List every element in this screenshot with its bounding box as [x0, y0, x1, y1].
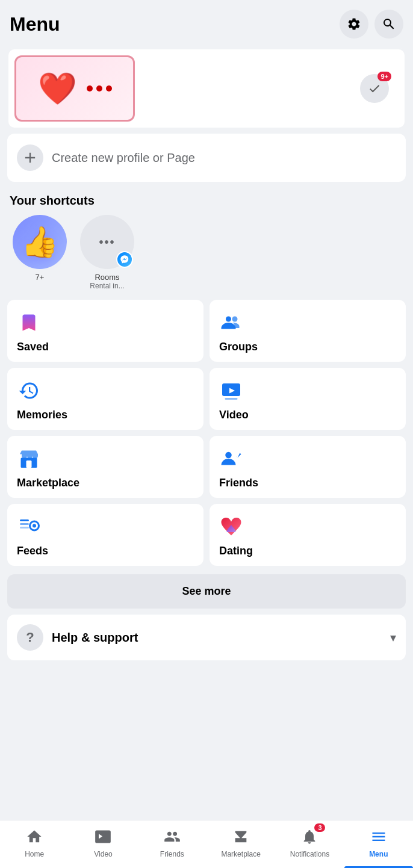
menu-grid: Saved Groups Memories: [0, 294, 413, 572]
search-icon: [382, 17, 396, 31]
menu-item-video[interactable]: Video: [210, 368, 406, 430]
shortcut-item-rooms[interactable]: ••• Rooms Rental in...: [77, 215, 137, 290]
notification-badge: 3: [314, 823, 325, 832]
dating-icon: [219, 515, 243, 539]
friends-label: Friends: [219, 477, 396, 489]
groups-label: Groups: [219, 341, 396, 353]
header: Menu: [0, 0, 413, 43]
friends-icon-svg: [220, 448, 242, 470]
svg-rect-8: [20, 519, 29, 521]
shortcut-avatar-thumbsup: 👍: [13, 215, 67, 269]
friends-nav-icon: [161, 826, 183, 848]
shortcuts-section: Your shortcuts 👍 7+ ••• Rooms Rental in.…: [0, 187, 413, 294]
shortcuts-title: Your shortcuts: [10, 194, 403, 208]
menu-item-marketplace[interactable]: Marketplace: [7, 436, 203, 498]
dots-icon: •••: [99, 235, 115, 249]
menu-item-memories[interactable]: Memories: [7, 368, 203, 430]
storefront-icon: [232, 828, 249, 845]
nav-item-notifications[interactable]: 3 Notifications: [275, 820, 344, 868]
shortcuts-list: 👍 7+ ••• Rooms Rental in...: [10, 215, 403, 290]
video-nav-icon: [92, 826, 114, 848]
story-card[interactable]: ❤️: [14, 55, 135, 122]
nav-item-video[interactable]: Video: [69, 820, 137, 868]
menu-item-groups[interactable]: Groups: [210, 300, 406, 362]
hamburger-icon: [370, 828, 387, 845]
shortcut-label-thumbsup: 7+: [36, 273, 45, 282]
menu-item-friends[interactable]: Friends: [210, 436, 406, 498]
svg-rect-6: [26, 460, 32, 468]
thumbsup-icon: 👍: [21, 225, 58, 259]
clock-history-icon: [18, 380, 40, 401]
bottom-navigation: Home Video Friends Marketplace: [0, 820, 413, 868]
store-icon: [18, 448, 40, 470]
badge-count: 9+: [377, 72, 391, 81]
bell-nav-icon: 3: [299, 826, 320, 848]
story-dots: [87, 85, 112, 91]
create-profile-label: Create new profile or Page: [52, 151, 195, 165]
nav-item-marketplace[interactable]: Marketplace: [206, 820, 275, 868]
groups-icon-svg: [220, 312, 242, 333]
nav-item-menu[interactable]: Menu: [344, 820, 413, 868]
nav-item-friends[interactable]: Friends: [138, 820, 206, 868]
chevron-down-icon: ▾: [390, 630, 396, 645]
nav-label-home: Home: [25, 850, 44, 858]
shortcut-item-thumbsup[interactable]: 👍 7+: [10, 215, 70, 290]
dating-label: Dating: [219, 545, 396, 557]
groups-icon: [219, 311, 243, 335]
page-title: Menu: [10, 13, 60, 36]
video-play-icon: [220, 380, 242, 401]
nav-label-friends: Friends: [160, 850, 184, 858]
video-icon: [219, 379, 243, 403]
svg-rect-9: [20, 523, 29, 525]
add-icon: [22, 149, 39, 166]
plus-icon: [17, 144, 43, 171]
settings-button[interactable]: [340, 10, 368, 39]
home-icon: [23, 826, 45, 848]
people-icon: [164, 828, 181, 845]
badge-container: 9+: [360, 74, 389, 103]
menu-item-saved[interactable]: Saved: [7, 300, 203, 362]
create-profile-button[interactable]: Create new profile or Page: [7, 134, 406, 182]
gear-icon: [347, 17, 361, 31]
menu-item-dating[interactable]: Dating: [210, 504, 406, 566]
nav-label-marketplace: Marketplace: [221, 850, 260, 858]
svg-point-12: [33, 524, 36, 528]
shortcut-avatar-rooms: •••: [80, 215, 134, 269]
shortcut-sublabel-rooms: Rental in...: [90, 282, 124, 290]
marketplace-label: Marketplace: [17, 477, 194, 489]
svg-rect-4: [225, 398, 238, 400]
marketplace-nav-icon: [230, 826, 252, 848]
heart-emoji: ❤️: [38, 70, 77, 107]
feeds-icon: [17, 515, 41, 539]
friends-icon: [219, 447, 243, 471]
menu-nav-icon: [368, 826, 390, 848]
help-label: Help & support: [52, 631, 138, 645]
bookmark-icon: [18, 312, 40, 333]
see-more-button[interactable]: See more: [7, 574, 406, 609]
svg-point-0: [226, 317, 231, 322]
svg-point-1: [232, 317, 238, 322]
house-icon: [26, 828, 43, 845]
feeds-icon-svg: [18, 516, 40, 538]
svg-point-7: [225, 452, 232, 459]
video-label: Video: [219, 409, 396, 421]
nav-label-notifications: Notifications: [290, 850, 329, 858]
story-banner[interactable]: ❤️ 9+: [7, 48, 406, 129]
help-left: ? Help & support: [17, 624, 138, 651]
search-button[interactable]: [374, 10, 403, 39]
memories-label: Memories: [17, 409, 194, 421]
saved-icon: [17, 311, 41, 335]
saved-label: Saved: [17, 341, 194, 353]
header-actions: [340, 10, 403, 39]
memories-icon: [17, 379, 41, 403]
nav-label-menu: Menu: [369, 850, 388, 858]
help-support-section[interactable]: ? Help & support ▾: [7, 615, 406, 660]
menu-item-feeds[interactable]: Feeds: [7, 504, 203, 566]
feeds-label: Feeds: [17, 545, 194, 557]
shortcut-label-rooms: Rooms: [95, 273, 119, 282]
nav-label-video: Video: [94, 850, 112, 858]
help-icon: ?: [17, 624, 43, 651]
play-icon: [95, 828, 111, 845]
svg-rect-10: [20, 527, 29, 529]
nav-item-home[interactable]: Home: [0, 820, 69, 868]
